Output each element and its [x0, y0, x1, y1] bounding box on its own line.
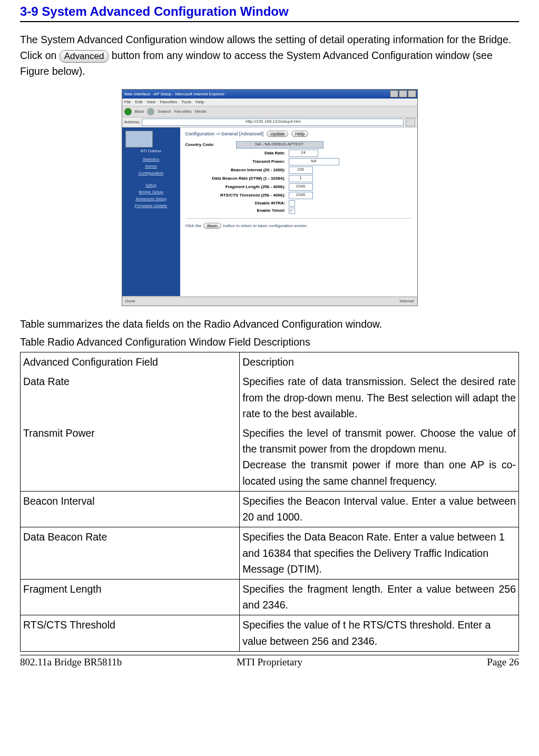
- beacon-label: Beacon Interval (20 - 1000):: [185, 168, 289, 172]
- table-row: Specifies rate of data transmission. Sel…: [240, 372, 519, 424]
- table-caption: Table Radio Advanced Configuration Windo…: [20, 334, 519, 350]
- window-title: Web Interface - AP Setup - Microsoft Int…: [124, 92, 225, 96]
- frag-input: 2346: [289, 183, 313, 191]
- status-left: Done: [125, 299, 135, 303]
- data-rate-select: 24: [289, 150, 318, 157]
- footer-right: Page 26: [352, 656, 519, 668]
- menu-item: Favorites: [160, 100, 177, 104]
- menu-item: Help: [195, 100, 204, 104]
- intra-checkbox: [289, 200, 295, 207]
- page-footer: 802.11a Bridge BR5811b MTI Proprietary P…: [20, 655, 519, 668]
- logo-icon: [125, 131, 153, 148]
- basic-hint-b: button to return to basic configuration …: [223, 223, 308, 228]
- menu-item: Edit: [135, 100, 142, 104]
- table-row: Data Rate: [21, 372, 240, 424]
- minimize-icon: [390, 90, 398, 97]
- toolbar-label: Media: [195, 109, 207, 114]
- dtim-input: 1: [289, 175, 313, 182]
- sidebar-item: Firmware Update: [125, 203, 177, 208]
- go-icon: [406, 118, 415, 126]
- basic-button: Basic: [203, 223, 221, 229]
- table-row: RTS/CTS Threshold: [21, 615, 240, 651]
- tx-power-label: Transmit Power:: [185, 159, 289, 164]
- window-titlebar: Web Interface - AP Setup - Microsoft Int…: [122, 90, 417, 99]
- sidebar: MTI Outdoor Statistics Admin Configurati…: [122, 127, 180, 296]
- frag-label: Fragment Length (256 - 4096):: [185, 184, 289, 189]
- basic-hint: Click the Basic button to return to basi…: [185, 223, 412, 229]
- status-right: Internet: [399, 299, 414, 303]
- beacon-input: 100: [289, 166, 313, 174]
- table-header-desc: Description: [240, 352, 519, 372]
- telnet-label: Enable Telnet:: [185, 208, 289, 213]
- menu-bar: File Edit View Favorites Tools Help: [122, 99, 417, 106]
- intra-label: Disable INTRA:: [185, 201, 289, 205]
- section-heading: 3-9 System Advanced Configuration Window: [20, 4, 519, 19]
- update-button: Update: [267, 131, 288, 137]
- help-button: Help: [291, 131, 308, 137]
- toolbar-label: Search: [158, 109, 171, 114]
- breadcrumb-text: Configuration -> General [Advanced]: [185, 131, 264, 136]
- advanced-button-inline: Advanced: [60, 50, 109, 63]
- dtim-label: Data Beacon Rate (DTIM) (1 - 16384):: [185, 176, 289, 181]
- rts-input: 2346: [289, 192, 313, 199]
- sidebar-item: Bridge Setup: [125, 190, 177, 194]
- field-description-table: Advanced Configuration Field Description…: [20, 352, 519, 652]
- table-row-text: Decrease the transmit power if more than…: [242, 459, 516, 486]
- table-row: Beacon Interval: [21, 491, 240, 527]
- table-row: Specifies the Beacon Interval value. Ent…: [240, 491, 519, 527]
- basic-hint-a: Click the: [185, 223, 202, 228]
- table-row: Fragment Length: [21, 579, 240, 615]
- sidebar-item: Admin: [125, 164, 177, 169]
- rts-label: RTS/CTS Threshold (256 - 4096):: [185, 193, 289, 198]
- heading-rule: [20, 21, 519, 22]
- table-row-text: Specifies the level of transmit power. C…: [242, 427, 516, 455]
- table-row: Data Beacon Rate: [21, 527, 240, 580]
- sidebar-item: Advanced Setup: [125, 197, 177, 201]
- footer-left: 802.11a Bridge BR5811b: [20, 656, 187, 668]
- table-row: Specifies the level of transmit power. C…: [240, 424, 519, 491]
- status-bar: Done Internet: [122, 297, 417, 306]
- address-label: Address: [124, 120, 140, 124]
- content-pane: Configuration -> General [Advanced] Upda…: [180, 127, 417, 296]
- menu-item: Tools: [181, 100, 191, 104]
- sidebar-item: Configuration: [125, 171, 177, 175]
- address-input: http://192.168.1/Cinstup4.htm: [142, 119, 404, 126]
- country-label: Country Code:: [185, 142, 236, 147]
- address-bar: Address http://192.168.1/Cinstup4.htm: [122, 117, 417, 127]
- sidebar-item: Statistics: [125, 157, 177, 162]
- telnet-checkbox: ✓: [289, 208, 295, 214]
- table-row: Specifies the fragment length. Enter a v…: [240, 579, 519, 615]
- sidebar-title: MTI Outdoor: [125, 149, 177, 153]
- table-row: Specifies the Data Beacon Rate. Enter a …: [240, 527, 519, 580]
- footer-center: MTI Proprietary: [187, 656, 353, 668]
- back-icon: [124, 108, 132, 115]
- table-row: Specifies the value of t he RTS/CTS thre…: [240, 615, 519, 651]
- country-select: NA - NA DEBUG APTEST: [236, 141, 324, 149]
- toolbar-label: Back: [135, 109, 144, 114]
- table-summary: Table summarizes the data fields on the …: [20, 316, 519, 332]
- menu-item: View: [146, 100, 155, 104]
- forward-icon: [147, 108, 154, 115]
- tx-power-select: full: [289, 158, 339, 165]
- menu-item: File: [124, 100, 131, 104]
- toolbar-label: Favorites: [174, 109, 192, 114]
- table-header-field: Advanced Configuration Field: [21, 352, 240, 372]
- maximize-icon: [399, 90, 407, 97]
- close-icon: [408, 90, 416, 97]
- separator: [185, 218, 412, 219]
- sidebar-item: Setup: [125, 183, 177, 188]
- data-rate-label: Data Rate:: [185, 151, 289, 155]
- intro-paragraph: The System Advanced Configuration window…: [20, 32, 519, 80]
- toolbar: Back Search Favorites Media: [122, 106, 417, 117]
- breadcrumb: Configuration -> General [Advanced] Upda…: [185, 131, 412, 137]
- embedded-screenshot: Web Interface - AP Setup - Microsoft Int…: [122, 89, 418, 306]
- table-row: Transmit Power: [21, 424, 240, 491]
